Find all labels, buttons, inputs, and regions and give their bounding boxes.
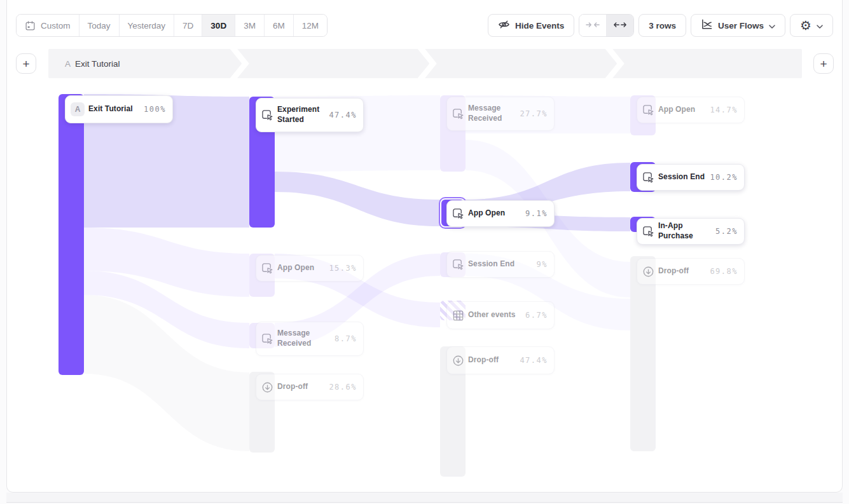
date-range-3m[interactable]: 3M bbox=[235, 15, 265, 36]
flow-node-label: App Open bbox=[277, 263, 325, 273]
flow-node-label: Session End bbox=[468, 259, 533, 269]
flow-node-app-open-step-2[interactable]: App Open15.3% bbox=[256, 255, 364, 282]
flow-node-percent: 9% bbox=[537, 260, 548, 269]
flow-node-label: App Open bbox=[468, 208, 521, 219]
flow-node-label: Drop-off bbox=[468, 355, 516, 365]
column-width-toggle bbox=[579, 14, 634, 37]
rows-button[interactable]: 3 rows bbox=[638, 14, 686, 37]
step-letter-badge: A bbox=[71, 102, 85, 116]
flow-link-experiment-started-to-app-open-step-3- bbox=[275, 172, 440, 226]
arrows-expand-icon bbox=[613, 20, 627, 31]
user-flows-icon bbox=[701, 18, 713, 32]
step-separators bbox=[48, 49, 802, 78]
event-icon bbox=[452, 208, 464, 220]
rows-label: 3 rows bbox=[649, 21, 676, 31]
flow-node-in-app-purchase-step-4[interactable]: In-App Purchase5.2% bbox=[637, 218, 745, 245]
flow-link-exit-tutorial-to-drop-off-step-2- bbox=[84, 295, 249, 451]
event-icon bbox=[452, 259, 464, 271]
flow-node-label: App Open bbox=[658, 105, 706, 115]
flow-link-exit-tutorial-to-message-received-step-2- bbox=[84, 271, 249, 348]
drop-off-icon bbox=[642, 266, 654, 278]
flow-node-session-end-step-4[interactable]: Session End10.2% bbox=[637, 164, 745, 191]
expand-columns-button[interactable] bbox=[607, 15, 633, 36]
flow-node-percent: 10.2% bbox=[710, 173, 738, 182]
event-icon bbox=[642, 104, 654, 116]
flow-node-label: In-App Purchase bbox=[658, 221, 712, 241]
flow-node-percent: 5.2% bbox=[715, 227, 738, 236]
eye-off-icon bbox=[498, 18, 510, 32]
flow-node-app-open-step-3[interactable]: App Open9.1% bbox=[446, 200, 555, 227]
date-range-selector: CustomTodayYesterday7D30D3M6M12M bbox=[16, 14, 328, 37]
flow-node-label: Experiment Started bbox=[277, 105, 325, 125]
date-range-yesterday[interactable]: Yesterday bbox=[120, 15, 175, 36]
view-selector-label: User Flows bbox=[718, 21, 764, 31]
date-range-label: 3M bbox=[244, 21, 256, 31]
gear-icon: ⚙ bbox=[800, 19, 811, 32]
step-badge: A bbox=[65, 59, 71, 69]
event-icon bbox=[261, 262, 273, 275]
date-range-label: Today bbox=[88, 21, 111, 31]
calendar-icon bbox=[25, 20, 36, 31]
step-title: Exit Tutorial bbox=[75, 59, 120, 69]
flow-node-other-events-step-3[interactable]: Other events6.7% bbox=[446, 301, 555, 329]
date-range-30d[interactable]: 30D bbox=[202, 15, 235, 36]
hide-events-button[interactable]: Hide Events bbox=[488, 14, 574, 37]
flow-node-session-end-step-3[interactable]: Session End9% bbox=[446, 251, 555, 278]
chevron-down-icon bbox=[769, 21, 775, 31]
flow-node-drop-off-step-3[interactable]: Drop-off47.4% bbox=[446, 346, 555, 374]
drop-off-icon bbox=[261, 381, 273, 393]
flow-node-label: Other events bbox=[468, 310, 521, 320]
date-range-label: Custom bbox=[41, 21, 71, 31]
flow-bar-exit-tutorial-step-1[interactable] bbox=[59, 94, 84, 375]
other-events-icon bbox=[452, 310, 464, 322]
flow-node-percent: 9.1% bbox=[525, 209, 548, 218]
flow-node-label: Exit Tutorial bbox=[88, 104, 140, 114]
flow-node-drop-off-step-2[interactable]: Drop-off28.6% bbox=[256, 374, 364, 400]
flow-node-app-open-step-4[interactable]: App Open14.7% bbox=[637, 97, 745, 123]
settings-button[interactable]: ⚙ bbox=[790, 14, 833, 37]
flow-node-drop-off-step-4[interactable]: Drop-off69.8% bbox=[637, 258, 745, 285]
date-range-6m[interactable]: 6M bbox=[265, 15, 294, 36]
flow-steps-bar[interactable]: A Exit Tutorial bbox=[48, 49, 802, 78]
toolbar: CustomTodayYesterday7D30D3M6M12M Hide Ev… bbox=[16, 14, 833, 37]
date-range-label: 30D bbox=[211, 21, 226, 31]
flow-node-percent: 47.4% bbox=[329, 111, 357, 119]
view-selector-button[interactable]: User Flows bbox=[691, 14, 785, 37]
date-range-12m[interactable]: 12M bbox=[294, 15, 327, 36]
event-icon bbox=[261, 333, 273, 345]
date-range-7d[interactable]: 7D bbox=[174, 15, 202, 36]
flow-node-label: Drop-off bbox=[658, 266, 706, 276]
flow-node-percent: 15.3% bbox=[329, 264, 357, 273]
flow-bar-drop-off-step-4[interactable] bbox=[630, 256, 656, 451]
flow-node-percent: 27.7% bbox=[520, 109, 548, 118]
event-icon bbox=[261, 109, 273, 121]
flow-node-percent: 14.7% bbox=[710, 106, 738, 114]
flow-node-percent: 8.7% bbox=[335, 334, 357, 343]
toolbar-right: Hide Events 3 rows bbox=[488, 14, 833, 37]
flow-node-label: Message Received bbox=[277, 329, 331, 348]
add-step-right-button[interactable]: + bbox=[813, 53, 834, 74]
flow-node-percent: 6.7% bbox=[525, 311, 548, 320]
flow-node-percent: 100% bbox=[144, 105, 166, 114]
event-icon bbox=[642, 226, 654, 238]
date-range-today[interactable]: Today bbox=[79, 15, 120, 36]
date-range-custom[interactable]: Custom bbox=[17, 15, 79, 36]
collapse-columns-button[interactable] bbox=[579, 15, 607, 36]
flow-node-message-received-step-2[interactable]: Message Received8.7% bbox=[256, 322, 364, 356]
arrows-collapse-icon bbox=[586, 20, 600, 31]
event-icon bbox=[642, 172, 654, 184]
flow-node-percent: 28.6% bbox=[329, 383, 357, 392]
date-range-label: Yesterday bbox=[128, 21, 166, 31]
add-step-left-button[interactable]: + bbox=[16, 53, 36, 74]
date-range-label: 6M bbox=[273, 21, 285, 31]
drop-off-icon bbox=[452, 355, 464, 367]
hide-events-label: Hide Events bbox=[515, 21, 564, 31]
chevron-down-icon bbox=[817, 21, 823, 31]
main-panel: AExit Tutorial100%Experiment Started47.4… bbox=[6, 0, 843, 493]
flow-link-exit-tutorial-to-app-open-step-2- bbox=[84, 228, 249, 297]
flow-node-exit-tutorial-step-1[interactable]: AExit Tutorial100% bbox=[65, 95, 173, 123]
bottom-strip bbox=[6, 493, 843, 503]
flow-node-experiment-started-step-2[interactable]: Experiment Started47.4% bbox=[256, 98, 364, 132]
flow-node-label: Session End bbox=[658, 172, 706, 182]
flow-node-message-received-step-3[interactable]: Message Received27.7% bbox=[446, 97, 555, 131]
